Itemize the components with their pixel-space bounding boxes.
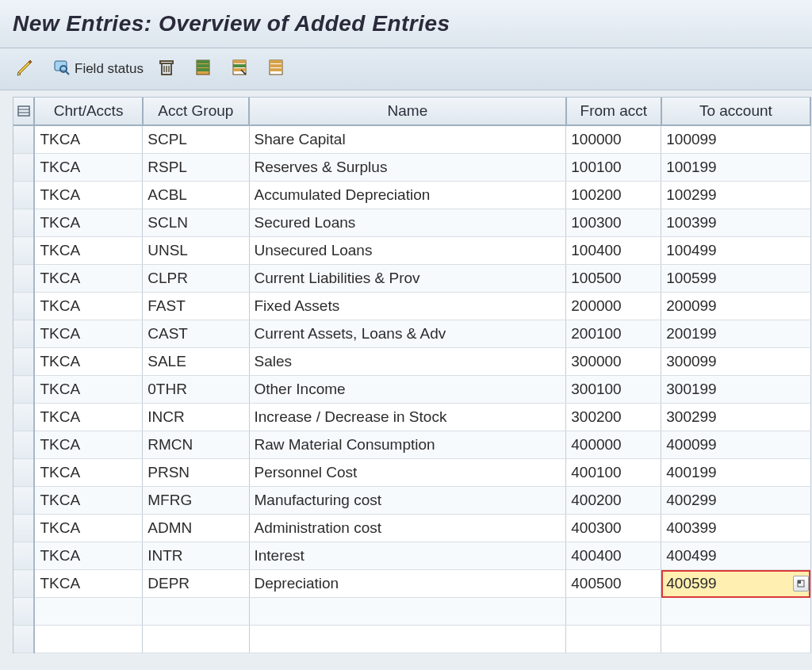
cell-chart-of-accounts[interactable]: TKCA (34, 320, 142, 348)
cell-account-group[interactable]: RMCN (143, 431, 249, 459)
cell-from-account[interactable]: 100400 (566, 237, 661, 265)
select-all-button[interactable] (191, 56, 220, 82)
cell-to-account[interactable]: 300299 (661, 404, 810, 431)
cell-to-account[interactable]: 200099 (661, 293, 810, 320)
cell-account-group[interactable]: CAST (143, 320, 249, 348)
cell-account-group[interactable]: UNSL (143, 237, 249, 265)
table-row[interactable]: TKCAINCRIncrease / Decrease in Stock3002… (13, 404, 810, 431)
cell-account-group[interactable]: 0THR (143, 376, 249, 404)
cell-from-account[interactable]: 400300 (566, 515, 661, 542)
row-selector[interactable] (13, 348, 34, 376)
cell-chart-of-accounts[interactable]: TKCA (34, 431, 142, 459)
cell-from-account[interactable]: 100500 (566, 265, 661, 293)
cell-from-account[interactable]: 100100 (566, 154, 661, 182)
cell-account-group[interactable]: INCR (143, 404, 249, 431)
cell-account-group[interactable]: SCPL (143, 125, 249, 154)
cell-name[interactable]: Interest (249, 542, 566, 570)
cell-name[interactable]: Raw Material Consumption (249, 431, 566, 459)
table-row[interactable]: TKCARSPLReserves & Surplus100100100199 (13, 154, 810, 182)
cell-to-account[interactable]: 400299 (661, 487, 810, 515)
cell-account-group[interactable]: MFRG (143, 487, 249, 515)
edit-button[interactable] (13, 56, 41, 82)
table-row[interactable]: TKCARMCNRaw Material Consumption40000040… (13, 431, 810, 459)
row-selector[interactable] (13, 598, 34, 626)
cell-chart-of-accounts[interactable]: TKCA (34, 182, 142, 209)
cell-from-account[interactable]: 400200 (566, 487, 661, 515)
table-row[interactable]: TKCAMFRGManufacturing cost400200400299 (13, 487, 810, 515)
cell-name[interactable]: Current Liabilities & Prov (249, 265, 566, 293)
cell-name[interactable]: Administration cost (249, 515, 566, 542)
cell-account-group[interactable]: CLPR (143, 265, 249, 293)
cell-chart-of-accounts[interactable]: TKCA (34, 570, 142, 598)
cell-from-account[interactable]: 100200 (566, 182, 661, 209)
cell-account-group[interactable]: ACBL (143, 182, 249, 209)
cell-chart-of-accounts[interactable]: TKCA (34, 515, 142, 542)
row-selector[interactable] (13, 209, 34, 237)
cell-to-account[interactable] (661, 598, 810, 626)
cell-name[interactable]: Personnel Cost (249, 459, 566, 487)
table-row[interactable]: TKCAPRSNPersonnel Cost400100400199 (13, 459, 810, 487)
cell-chart-of-accounts[interactable] (34, 598, 142, 626)
cell-from-account[interactable]: 300100 (566, 376, 661, 404)
cell-name[interactable]: Manufacturing cost (249, 487, 566, 515)
cell-to-account[interactable]: 400399 (661, 515, 810, 542)
cell-name[interactable]: Fixed Assets (249, 293, 566, 320)
field-status-button[interactable]: Field status (49, 56, 147, 82)
table-row[interactable]: TKCACASTCurrent Assets, Loans & Adv20010… (13, 320, 810, 348)
cell-to-account[interactable]: 100199 (661, 154, 810, 182)
cell-name[interactable]: Increase / Decrease in Stock (249, 404, 566, 431)
table-row[interactable]: TKCAFASTFixed Assets200000200099 (13, 293, 810, 320)
row-selector[interactable] (13, 570, 34, 598)
table-row[interactable] (13, 598, 810, 626)
row-selector[interactable] (13, 154, 34, 182)
row-selector[interactable] (13, 320, 34, 348)
cell-chart-of-accounts[interactable]: TKCA (34, 154, 142, 182)
cell-chart-of-accounts[interactable]: TKCA (34, 209, 142, 237)
row-selector[interactable] (13, 515, 34, 542)
configure-columns-button[interactable] (13, 98, 34, 125)
cell-account-group[interactable]: SCLN (143, 209, 249, 237)
account-group-table[interactable]: Chrt/Accts Acct Group Name From acct To … (13, 98, 811, 653)
cell-account-group[interactable]: SALE (143, 348, 249, 376)
cell-name[interactable]: Current Assets, Loans & Adv (249, 320, 566, 348)
cell-chart-of-accounts[interactable]: TKCA (34, 404, 142, 431)
cell-chart-of-accounts[interactable]: TKCA (34, 542, 142, 570)
row-selector[interactable] (13, 487, 34, 515)
cell-from-account[interactable] (566, 626, 661, 653)
cell-account-group[interactable]: INTR (143, 542, 249, 570)
table-row[interactable]: TKCAUNSLUnsecured Loans100400100499 (13, 237, 810, 265)
deselect-all-button[interactable] (264, 56, 293, 82)
cell-account-group[interactable] (143, 626, 249, 653)
cell-from-account[interactable]: 400500 (566, 570, 661, 598)
cell-chart-of-accounts[interactable]: TKCA (34, 237, 142, 265)
row-selector[interactable] (13, 293, 34, 320)
row-selector[interactable] (13, 404, 34, 431)
cell-name[interactable] (249, 626, 566, 653)
cell-to-account[interactable]: 100099 (661, 125, 810, 154)
cell-name[interactable]: Sales (249, 348, 566, 376)
cell-from-account[interactable]: 200100 (566, 320, 661, 348)
cell-to-account[interactable]: 100499 (661, 237, 810, 265)
row-selector[interactable] (13, 431, 34, 459)
cell-name[interactable]: Reserves & Surplus (249, 154, 566, 182)
table-row[interactable]: TKCACLPRCurrent Liabilities & Prov100500… (13, 265, 810, 293)
col-header-name[interactable]: Name (249, 98, 566, 125)
row-selector[interactable] (13, 459, 34, 487)
cell-name[interactable]: Depreciation (249, 570, 566, 598)
select-block-button[interactable] (228, 56, 256, 82)
row-selector[interactable] (13, 542, 34, 570)
cell-to-account[interactable]: 200199 (661, 320, 810, 348)
cell-from-account[interactable]: 400400 (566, 542, 661, 570)
value-help-button[interactable] (793, 576, 809, 592)
cell-chart-of-accounts[interactable] (34, 626, 142, 653)
cell-to-account[interactable]: 400099 (661, 431, 810, 459)
table-row[interactable] (13, 626, 810, 653)
row-selector[interactable] (13, 626, 34, 653)
table-row[interactable]: TKCAADMNAdministration cost400300400399 (13, 515, 810, 542)
cell-name[interactable]: Unsecured Loans (249, 237, 566, 265)
cell-account-group[interactable] (143, 598, 249, 626)
cell-to-account[interactable]: 400199 (661, 459, 810, 487)
cell-from-account[interactable]: 100000 (566, 125, 661, 154)
cell-from-account[interactable]: 200000 (566, 293, 661, 320)
col-header-acct-group[interactable]: Acct Group (143, 98, 249, 125)
